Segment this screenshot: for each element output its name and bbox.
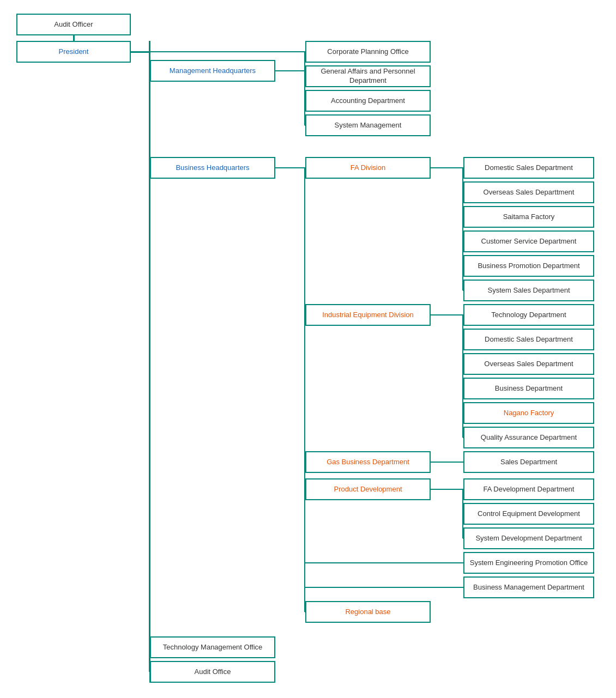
biz-dept: Business Department: [463, 378, 594, 399]
system-mgmt: System Management: [305, 114, 431, 136]
domestic-sales-1: Domestic Sales Department: [463, 157, 594, 179]
org-chart-boxes: Audit OfficerPresidentManagement Headqua…: [11, 11, 605, 687]
tech-dept: Technology Department: [463, 304, 594, 326]
product-dev: Product Development: [305, 478, 431, 500]
sales-dept: Sales Department: [463, 451, 594, 473]
domestic-sales-2: Domestic Sales Department: [463, 329, 594, 350]
gas-biz: Gas Business Department: [305, 451, 431, 473]
system-eng: System Engineering Promotion Office: [463, 552, 594, 574]
fa-division: FA Division: [305, 157, 431, 179]
tech-mgmt-office: Technology Management Office: [150, 636, 275, 658]
biz-mgmt-dept: Business Management Department: [463, 576, 594, 598]
fa-dev: FA Development Department: [463, 478, 594, 500]
customer-service: Customer Service Department: [463, 230, 594, 252]
nagano-factory: Nagano Factory: [463, 402, 594, 424]
overseas-sales-1: Overseas Sales Departtment: [463, 181, 594, 203]
audit-office: Audit Office: [150, 661, 275, 683]
accounting: Accounting Department: [305, 90, 431, 112]
system-dev: System Development Department: [463, 527, 594, 549]
president: President: [16, 41, 131, 63]
regional-base: Regional base: [305, 601, 431, 623]
industrial-eq: Industrial Equipment Division: [305, 304, 431, 326]
corp-planning: Corporate Planning Office: [305, 41, 431, 63]
mgmt-hq: Management Headquarters: [150, 60, 275, 82]
system-sales: System Sales Department: [463, 280, 594, 301]
saitama-factory: Saitama Factory: [463, 206, 594, 228]
quality-assurance: Quality Assurance Department: [463, 427, 594, 448]
biz-promotion: Business Promotion Department: [463, 255, 594, 277]
biz-hq: Business Headquarters: [150, 157, 275, 179]
audit-officer: Audit Officer: [16, 14, 131, 35]
overseas-sales-2: Overseas Sales Department: [463, 353, 594, 375]
control-eq-dev: Control Equipment Development: [463, 503, 594, 525]
general-affairs: General Affairs and Personnel Department: [305, 65, 431, 87]
